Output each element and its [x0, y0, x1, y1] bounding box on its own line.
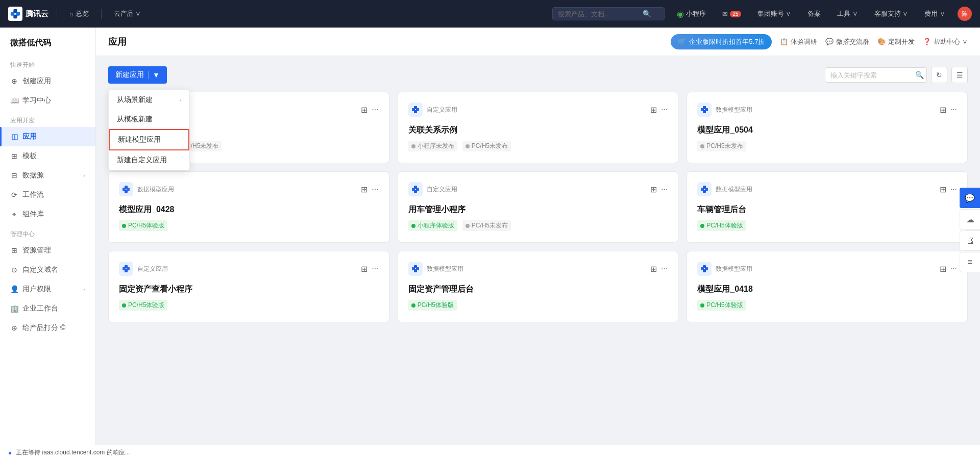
- nav-group-account[interactable]: 集团账号 ∨: [753, 7, 796, 20]
- svg-rect-35: [414, 269, 417, 272]
- float-cloud-button[interactable]: ☁: [960, 209, 980, 229]
- dropdown-item-new-custom-app[interactable]: 新建自定义应用: [109, 150, 189, 170]
- sidebar-title: 微搭低代码: [0, 28, 95, 55]
- header-link-custom[interactable]: 🎨 定制开发: [877, 37, 915, 46]
- promo-badge[interactable]: 🛒 企业版限时折扣首年5.7折: [671, 34, 772, 49]
- app-card[interactable]: 数据模型应用 ⊞ ··· 模型应用_0428 PC/H5体验版: [108, 171, 389, 243]
- app-card-header: 数据模型应用 ⊞ ···: [697, 182, 957, 196]
- more-icon[interactable]: ···: [661, 105, 668, 114]
- app-card[interactable]: 数据模型应用 ⊞ ··· 车辆管理后台 PC/H5体验版: [687, 171, 968, 243]
- tag-dot: [465, 144, 470, 148]
- float-menu-button[interactable]: ≡: [960, 252, 980, 272]
- app-card[interactable]: 自定义应用 ⊞ ··· 用车管理小程序 小程序体验版 PC/H5未发布: [398, 171, 679, 243]
- sidebar-item-rating[interactable]: ⊕ 给产品打分 ©: [0, 318, 95, 338]
- qr-icon[interactable]: ⊞: [940, 105, 946, 115]
- app-type-label: 数据模型应用: [427, 265, 463, 273]
- app-card-actions: ⊞ ···: [650, 105, 668, 115]
- more-icon[interactable]: ···: [661, 264, 668, 273]
- main-layout: 微搭低代码 快速开始 ⊕ 创建应用 📖 学习中心 应用开发 ◫ 应用 ⊞ 模板 …: [0, 28, 980, 460]
- qr-icon[interactable]: ⊞: [361, 185, 368, 194]
- app-tag: PC/H5体验版: [697, 300, 746, 311]
- sidebar-item-create-app[interactable]: ⊕ 创建应用: [0, 71, 95, 91]
- app-type-icon: [697, 103, 712, 117]
- nav-cloud-products[interactable]: 云产品 ∨: [110, 7, 145, 20]
- top-navigation: 腾讯云 ⌂ 总览 云产品 ∨ 🔍 ◉ 小程序 ✉ 25 集团账号 ∨ 备案 工具…: [0, 0, 980, 28]
- nav-tools[interactable]: 工具 ∨: [833, 7, 862, 20]
- more-icon[interactable]: ···: [661, 185, 668, 194]
- app-name: 模型应用_0504: [697, 125, 957, 136]
- qr-icon[interactable]: ⊞: [650, 264, 657, 274]
- app-search-box[interactable]: 🔍: [825, 67, 927, 83]
- app-card[interactable]: 数据模型应用 ⊞ ··· 模型应用_0418 PC/H5体验版: [687, 251, 968, 322]
- app-tag: PC/H5未发布: [697, 141, 746, 151]
- header-link-help[interactable]: ❓ 帮助中心 ∨: [923, 37, 968, 46]
- qr-icon[interactable]: ⊞: [361, 264, 368, 274]
- logo[interactable]: 腾讯云: [8, 7, 48, 21]
- more-icon[interactable]: ···: [950, 264, 957, 273]
- list-view-button[interactable]: ☰: [951, 67, 968, 83]
- new-app-button[interactable]: 新建应用 ▼: [108, 66, 167, 84]
- qr-icon[interactable]: ⊞: [361, 105, 368, 115]
- header-link-group[interactable]: 💬 微搭交流群: [825, 37, 869, 46]
- logo-text: 腾讯云: [26, 9, 48, 19]
- refresh-button[interactable]: ↻: [931, 67, 947, 83]
- sidebar-item-domain[interactable]: ⊙ 自定义域名: [0, 260, 95, 279]
- search-input[interactable]: [558, 10, 640, 18]
- app-card-info: 数据模型应用: [408, 262, 463, 276]
- qr-icon[interactable]: ⊞: [650, 105, 657, 115]
- nav-fees[interactable]: 费用 ∨: [920, 7, 949, 20]
- sidebar-section-management: 管理中心: [0, 226, 95, 241]
- qr-icon[interactable]: ⊞: [940, 264, 946, 274]
- nav-miniprogram[interactable]: ◉ 小程序: [673, 7, 710, 21]
- app-name: 固定资产管理后台: [408, 284, 668, 295]
- app-tag: PC/H5未发布: [462, 141, 511, 151]
- sidebar-item-workflow[interactable]: ⟳ 工作流: [0, 185, 95, 205]
- resource-icon: ⊞: [10, 246, 18, 254]
- nav-customer-service[interactable]: 客服支持 ∨: [870, 7, 913, 20]
- tag-dot: [411, 144, 415, 148]
- more-icon[interactable]: ···: [950, 105, 957, 114]
- app-card[interactable]: 数据模型应用 ⊞ ··· 固定资产管理后台 PC/H5体验版: [398, 251, 679, 322]
- main-content: 应用 🛒 企业版限时折扣首年5.7折 📋 体验调研 💬 微搭交流群 🎨 定制开发: [96, 28, 980, 460]
- app-card[interactable]: 自定义应用 ⊞ ··· 关联关系示例 小程序未发布 PC/H5未发布: [398, 92, 679, 163]
- more-icon[interactable]: ···: [372, 185, 378, 194]
- chevron-permissions-icon: ›: [83, 286, 85, 292]
- header-link-survey[interactable]: 📋 体验调研: [780, 37, 817, 46]
- app-card[interactable]: 自定义应用 ⊞ ··· 固定资产查看小程序 PC/H5体验版: [108, 251, 389, 322]
- sidebar-item-template[interactable]: ⊞ 模板: [0, 146, 95, 166]
- more-icon[interactable]: ···: [950, 185, 957, 194]
- nav-home[interactable]: ⌂ 总览: [65, 7, 93, 20]
- sidebar-item-permissions[interactable]: 👤 用户权限 ›: [0, 279, 95, 299]
- nav-backup[interactable]: 备案: [803, 7, 825, 20]
- app-card-header: 数据模型应用 ⊞ ···: [119, 182, 379, 196]
- sidebar-item-components[interactable]: ⌖ 组件库: [0, 205, 95, 224]
- float-chat-button[interactable]: 💬: [960, 188, 980, 208]
- message-icon: ✉: [722, 10, 728, 18]
- sidebar-item-resource[interactable]: ⊞ 资源管理: [0, 241, 95, 260]
- app-type-label: 数据模型应用: [716, 106, 752, 114]
- sidebar-item-datasource[interactable]: ⊟ 数据源 ›: [0, 166, 95, 185]
- app-card[interactable]: 数据模型应用 ⊞ ··· 模型应用_0504 PC/H5未发布: [687, 92, 968, 163]
- nav-messages[interactable]: ✉ 25: [718, 8, 745, 20]
- sidebar-item-app[interactable]: ◫ 应用: [0, 127, 95, 146]
- more-icon[interactable]: ···: [372, 264, 378, 273]
- app-type-label: 数据模型应用: [137, 185, 174, 194]
- sidebar-item-learning[interactable]: 📖 学习中心: [0, 91, 95, 110]
- sidebar-item-enterprise[interactable]: 🏢 企业工作台: [0, 299, 95, 318]
- app-card-actions: ⊞ ···: [361, 185, 378, 194]
- app-search-input[interactable]: [830, 71, 912, 79]
- qr-icon[interactable]: ⊞: [650, 185, 657, 194]
- app-card-info: 数据模型应用: [119, 182, 174, 196]
- dropdown-item-new-model-app[interactable]: 新建模型应用: [109, 129, 189, 150]
- dropdown-item-from-template[interactable]: 从模板新建: [109, 110, 189, 129]
- app-name: 模型应用_0418: [697, 284, 957, 295]
- help-icon: ❓: [923, 38, 931, 45]
- workflow-icon: ⟳: [10, 191, 18, 199]
- app-tag: PC/H5体验版: [119, 300, 167, 311]
- user-avatar[interactable]: 陈: [958, 7, 972, 21]
- dropdown-item-from-scene[interactable]: 从场景新建 ›: [109, 90, 189, 110]
- global-search[interactable]: 🔍: [552, 7, 665, 20]
- more-icon[interactable]: ···: [372, 105, 378, 114]
- qr-icon[interactable]: ⊞: [940, 185, 946, 194]
- float-print-button[interactable]: 🖨: [960, 231, 980, 251]
